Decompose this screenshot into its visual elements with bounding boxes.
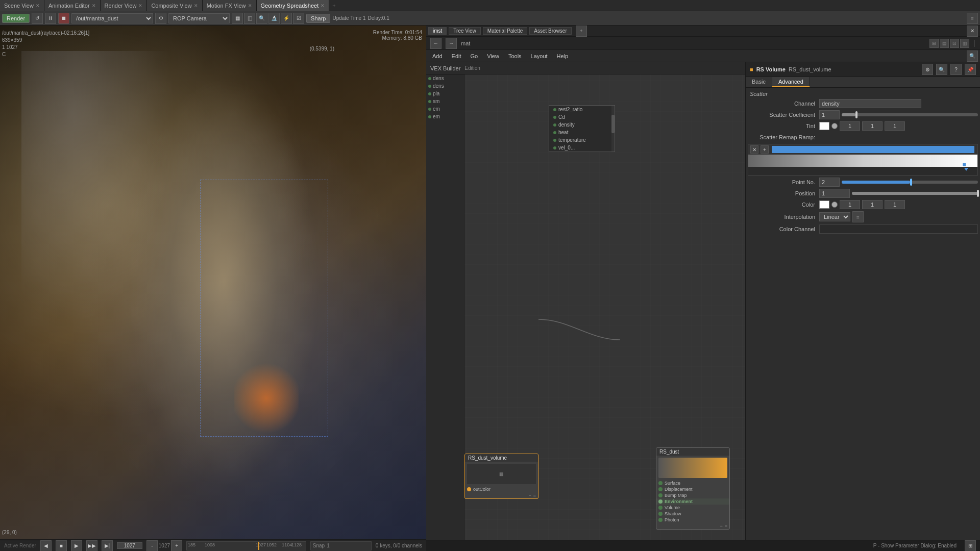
nav-fwd-icon[interactable]: → xyxy=(446,38,457,49)
tab-advanced[interactable]: Advanced xyxy=(772,77,810,87)
node-list-item-2[interactable]: pla xyxy=(426,90,464,97)
color-b-input[interactable] xyxy=(885,200,905,209)
tab-add-button[interactable]: + xyxy=(329,3,338,9)
point-no-input[interactable] xyxy=(819,178,840,187)
tab-close-motion[interactable]: ✕ xyxy=(248,3,252,8)
view-icon-3[interactable]: 🔍 xyxy=(256,13,267,24)
view-icon-2[interactable]: ◫ xyxy=(244,13,255,24)
layout-icon-3[interactable]: ⊡ xyxy=(950,39,959,48)
status-expand-icon[interactable]: ⊞ xyxy=(965,540,976,552)
tab-close-geo[interactable]: ✕ xyxy=(321,3,325,8)
node-btn-equals-2[interactable]: = xyxy=(725,523,727,529)
ramp-gradient-bar[interactable] xyxy=(748,155,977,167)
render-extra-icon[interactable]: ≡ xyxy=(967,13,978,24)
scatter-coeff-input[interactable] xyxy=(819,110,840,119)
ramp-remove-btn[interactable]: ✕ xyxy=(750,145,758,154)
node-rs-dust-volume[interactable]: RS_dust_volume ▦ outColor − xyxy=(464,454,538,499)
output-path-dropdown[interactable]: /out/mantra_dust xyxy=(71,13,153,23)
layout-icon-2[interactable]: ▤ xyxy=(940,39,949,48)
node-list-item-5[interactable]: em xyxy=(426,113,464,120)
interp-dropdown[interactable]: Linear xyxy=(819,212,850,221)
attr-temperature[interactable]: temperature xyxy=(549,136,615,144)
tab-tree-view[interactable]: Tree View xyxy=(449,27,480,35)
color-swatch[interactable] xyxy=(819,201,829,209)
node-list-item-0[interactable]: dens xyxy=(426,74,464,82)
node-btn-minus-2[interactable]: − xyxy=(720,523,722,529)
panel-close-icon[interactable]: ✕ xyxy=(967,26,978,37)
layout-icon-1[interactable]: ⊞ xyxy=(929,39,939,48)
position-slider[interactable] xyxy=(852,192,978,195)
tab-material-palette[interactable]: Material Palette xyxy=(483,27,527,35)
menu-tools[interactable]: Tools xyxy=(504,52,526,60)
interp-menu-icon[interactable]: ≡ xyxy=(852,211,864,222)
timeline-end-icon[interactable]: ▶| xyxy=(102,540,113,552)
timeline-track[interactable]: 185 1008 1027 1052 1104 1128 xyxy=(186,541,306,550)
nav-back-icon[interactable]: ← xyxy=(430,38,442,49)
viewport[interactable]: /out/mantra_dust(raytrace)-02:16:26[1] 6… xyxy=(0,26,426,539)
point-no-slider-thumb[interactable] xyxy=(910,179,912,186)
timeline-play-icon[interactable]: ▶ xyxy=(71,540,82,552)
tab-geometry-spreadsheet[interactable]: Geometry Spreadsheet ✕ xyxy=(257,0,330,11)
tab-add-panel[interactable]: + xyxy=(576,26,587,37)
color-channel-field[interactable] xyxy=(819,224,978,234)
attr-heat[interactable]: heat xyxy=(549,129,615,136)
rs-question-icon[interactable]: ? xyxy=(950,64,962,75)
color-g-input[interactable] xyxy=(862,200,883,209)
view-icon-4[interactable]: 🔬 xyxy=(268,13,280,24)
view-icon-1[interactable]: ▦ xyxy=(232,13,243,24)
menu-view[interactable]: View xyxy=(483,52,503,60)
tab-close-scene[interactable]: ✕ xyxy=(36,3,40,8)
tint-swatch[interactable] xyxy=(819,122,829,130)
node-btn-equals[interactable]: = xyxy=(533,493,536,498)
tab-basic[interactable]: Basic xyxy=(746,77,772,87)
menu-go[interactable]: Go xyxy=(467,52,482,60)
color-picker-icon[interactable] xyxy=(831,202,838,208)
position-slider-thumb[interactable] xyxy=(977,190,979,197)
menu-edit[interactable]: Edit xyxy=(448,52,465,60)
color-r-input[interactable] xyxy=(840,200,860,209)
attr-scrollbar-thumb[interactable] xyxy=(611,115,615,133)
tab-motion-fx[interactable]: Motion FX View ✕ xyxy=(203,0,257,11)
tab-asset-browser[interactable]: Asset Browser xyxy=(529,27,571,35)
rs-pin-icon[interactable]: 📌 xyxy=(965,64,976,75)
view-icon-6[interactable]: ☑ xyxy=(293,13,304,24)
frame-step-up[interactable]: + xyxy=(171,540,182,552)
tint-g-input[interactable] xyxy=(862,121,883,131)
quality-label[interactable]: Sharp xyxy=(306,14,330,23)
rs-search-icon[interactable]: 🔍 xyxy=(936,64,947,75)
ramp-marker-right[interactable] xyxy=(962,163,966,167)
search-icon[interactable]: 🔍 xyxy=(967,51,978,62)
tab-composite-view[interactable]: Composite View ✕ xyxy=(147,0,202,11)
node-rs-dust[interactable]: RS_dust Surface Displacement xyxy=(656,447,730,530)
point-no-slider[interactable] xyxy=(842,181,978,184)
tint-picker-icon[interactable] xyxy=(831,123,838,129)
menu-layout[interactable]: Layout xyxy=(527,52,552,60)
tint-b-input[interactable] xyxy=(885,121,905,131)
tab-close-anim[interactable]: ✕ xyxy=(92,3,96,8)
render-stop-icon[interactable]: ⏹ xyxy=(58,13,69,24)
menu-help[interactable]: Help xyxy=(553,52,573,60)
camera-dropdown[interactable]: ROP Camera xyxy=(168,13,230,23)
tab-close-render[interactable]: ✕ xyxy=(138,3,142,8)
node-graph-bg[interactable]: dens dens pla sm xyxy=(426,74,745,540)
position-input[interactable] xyxy=(819,189,850,198)
attr-density[interactable]: density xyxy=(549,121,615,129)
render-pause-icon[interactable]: ⏸ xyxy=(45,13,56,24)
tint-r-input[interactable] xyxy=(840,121,860,131)
node-list-item-1[interactable]: dens xyxy=(426,82,464,90)
timeline-next-icon[interactable]: ▶▶ xyxy=(86,540,97,552)
frame-step-down[interactable]: - xyxy=(146,540,158,552)
scatter-coeff-slider[interactable] xyxy=(842,113,978,116)
tab-imst[interactable]: imst xyxy=(428,27,447,35)
menu-add[interactable]: Add xyxy=(428,52,447,60)
attr-rest2-ratio[interactable]: rest2_ratio xyxy=(549,106,615,113)
node-list-item-4[interactable]: em xyxy=(426,105,464,113)
timeline-stop-icon[interactable]: ■ xyxy=(56,540,67,552)
scatter-coeff-slider-thumb[interactable] xyxy=(855,111,857,118)
ramp-add-btn[interactable]: + xyxy=(761,145,769,154)
channel-input[interactable] xyxy=(819,99,921,108)
tab-animation-editor[interactable]: Animation Editor ✕ xyxy=(44,0,101,11)
node-list-item-3[interactable]: sm xyxy=(426,97,464,105)
attr-cd[interactable]: Cd xyxy=(549,113,615,121)
tab-scene-view[interactable]: Scene View ✕ xyxy=(0,0,44,11)
